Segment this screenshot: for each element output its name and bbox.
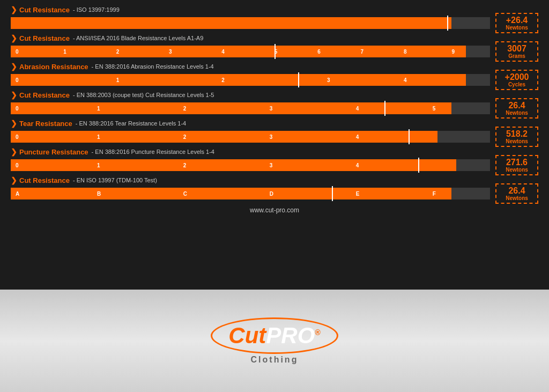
bar-label-4: 4 [356,134,359,140]
value-unit-puncture-resistance: Newtons [501,167,533,173]
row-puncture-resistance: ❯Puncture Resistance- EN 388:2016 Punctu… [11,147,538,173]
bar-container-tear-resistance: 01234518.2Newtons [11,129,538,144]
bar-label-4: 4 [356,162,359,168]
bar-fill-cut-resistance-ansi [11,46,466,57]
bar-label-7: 7 [361,49,364,55]
logo-cut-text: Cut [228,324,266,347]
row-cut-resistance-ansi: ❯Cut Resistance- ANSI/ISEA 2016 Blade Re… [11,34,538,59]
row-title-cut-resistance-iso: Cut Resistance [19,6,70,14]
row-header-puncture-resistance: ❯Puncture Resistance- EN 388:2016 Punctu… [11,147,538,156]
logo-text-line: Cut PRO® [228,324,320,347]
bar-label-3: 3 [270,134,273,140]
bar-label-9: 9 [451,49,455,55]
bar-container-puncture-resistance: 01234271.6Newtons [11,158,538,173]
row-subtitle-cut-resistance-iso: - ISO 13997:1999 [73,6,120,13]
bar-label-1: 1 [97,106,100,112]
logo-registered: ® [315,328,320,337]
row-subtitle-cut-resistance-en388: - EN 388:2003 (coupe test) Cut Resistanc… [73,92,214,98]
bar-label-4: 4 [356,106,359,112]
bar-label-1: 1 [97,162,100,168]
value-number-cut-resistance-ansi: 3007 [507,44,526,53]
row-title-abrasion-resistance: Abrasion Resistance [19,63,88,71]
row-cut-resistance-tdm: ❯Cut Resistance- EN ISO 13997 (TDM-100 T… [11,176,538,201]
row-header-abrasion-resistance: ❯Abrasion Resistance- EN 388:2016 Abrasi… [11,62,538,71]
main-panel: ❯Cut Resistance- ISO 13997:1999+26.4Newt… [0,0,549,290]
bar-marker-puncture-resistance [418,158,419,173]
bar-label-0: 0 [16,77,19,83]
bar-label-0: 0 [16,106,19,112]
bar-label-0: 0 [16,134,19,140]
bottom-panel: Cut PRO® Clothing [0,290,549,392]
value-unit-cut-resistance-ansi: Grams [501,53,533,59]
bar-label-2: 2 [183,162,187,168]
row-subtitle-tear-resistance: - EN 388:2016 Tear Resistance Levels 1-4 [76,120,186,127]
bar-label-0: 0 [16,49,19,55]
chevron-icon-cut-resistance-tdm: ❯ [11,176,17,184]
bar-label-1: 1 [97,134,100,140]
value-number-tear-resistance: 518.2 [506,129,528,138]
bar-label-D: D [270,191,273,197]
bar-label-C: C [183,191,187,197]
logo: Cut PRO® Clothing [211,317,338,365]
bar-fill-cut-resistance-iso [11,17,451,29]
bar-fill-abrasion-resistance [11,74,466,86]
bar-label-2: 2 [116,49,120,55]
row-title-cut-resistance-en388: Cut Resistance [19,91,70,99]
value-unit-abrasion-resistance: Cycles [501,82,533,87]
website-url: www.cut-pro.com [11,204,538,215]
value-number-abrasion-resistance: +2000 [505,72,529,82]
row-subtitle-puncture-resistance: - EN 388:2016 Puncture Resistance Levels… [92,149,214,155]
bar-track-abrasion-resistance: 01234 [11,74,490,86]
bar-container-cut-resistance-ansi: 01234567893007Grams [11,44,538,59]
bar-marker-tear-resistance [409,129,410,144]
row-header-cut-resistance-iso: ❯Cut Resistance- ISO 13997:1999 [11,5,538,14]
bar-label-0: 0 [16,162,19,168]
value-box-cut-resistance-en388: 26.4Newtons [495,98,538,119]
value-box-tear-resistance: 518.2Newtons [495,127,538,147]
bar-label-5: 5 [433,106,436,112]
bar-fill-cut-resistance-tdm [11,188,451,199]
row-subtitle-abrasion-resistance: - EN 388:2016 Abrasion Resistance Levels… [92,63,214,70]
bar-label-3: 3 [327,77,330,83]
chevron-icon-puncture-resistance: ❯ [11,147,17,156]
bar-container-cut-resistance-iso: +26.4Newtons [11,16,538,31]
logo-pro-text: PRO® [266,324,320,347]
row-subtitle-cut-resistance-ansi: - ANSI/ISEA 2016 Blade Resistance Levels… [73,35,203,41]
bar-label-2: 2 [221,77,225,83]
bar-track-tear-resistance: 01234 [11,131,490,143]
value-unit-cut-resistance-en388: Newtons [501,110,533,116]
bar-label-2: 2 [183,106,187,112]
bar-label-4: 4 [404,77,407,83]
bar-label-3: 3 [270,106,273,112]
bar-label-B: B [97,191,101,197]
row-abrasion-resistance: ❯Abrasion Resistance- EN 388:2016 Abrasi… [11,62,538,87]
bar-label-4: 4 [221,49,225,55]
bar-fill-puncture-resistance [11,159,456,171]
bar-track-cut-resistance-tdm: ABCDEF [11,188,490,199]
chevron-icon-cut-resistance-en388: ❯ [11,91,17,99]
chevron-icon-tear-resistance: ❯ [11,119,17,128]
bar-track-cut-resistance-en388: 012345 [11,102,490,114]
logo-oval: Cut PRO® [211,317,338,354]
row-header-cut-resistance-ansi: ❯Cut Resistance- ANSI/ISEA 2016 Blade Re… [11,34,538,42]
row-tear-resistance: ❯Tear Resistance- EN 388:2016 Tear Resis… [11,119,538,144]
bar-marker-cut-resistance-tdm [332,186,333,201]
value-box-abrasion-resistance: +2000Cycles [495,70,538,91]
value-number-cut-resistance-tdm: 26.4 [508,186,525,195]
bar-marker-abrasion-resistance [298,72,299,87]
chevron-icon-abrasion-resistance: ❯ [11,62,17,71]
value-box-cut-resistance-tdm: 26.4Newtons [495,183,538,204]
value-number-cut-resistance-en388: 26.4 [508,101,525,110]
bar-label-8: 8 [404,49,407,55]
bar-container-cut-resistance-en388: 01234526.4Newtons [11,101,538,116]
value-number-puncture-resistance: 271.6 [506,158,528,167]
bar-marker-cut-resistance-iso [447,16,448,31]
bar-marker-cut-resistance-ansi [274,44,276,59]
row-title-cut-resistance-tdm: Cut Resistance [19,176,70,184]
value-box-puncture-resistance: 271.6Newtons [495,155,538,176]
value-unit-cut-resistance-iso: Newtons [501,25,533,31]
bar-label-A: A [16,191,19,197]
bar-label-F: F [433,191,436,197]
logo-clothing-text: Clothing [251,355,299,365]
bar-track-cut-resistance-iso [11,17,490,29]
